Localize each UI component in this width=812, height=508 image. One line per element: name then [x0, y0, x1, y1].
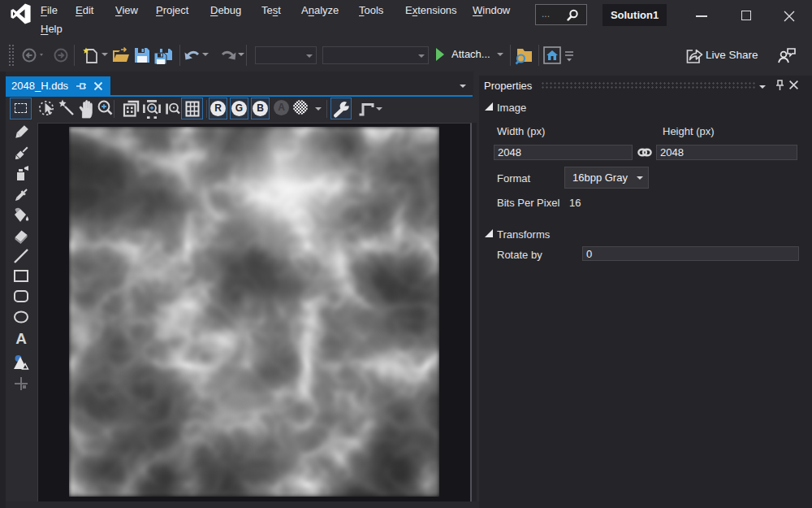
svg-text:A: A [15, 330, 27, 347]
